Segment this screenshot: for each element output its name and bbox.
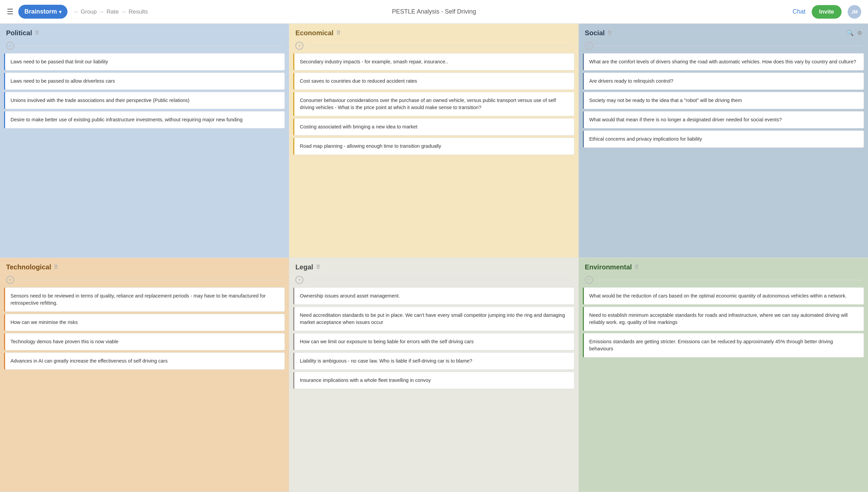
card-economical-0[interactable]: Secondary industry impacts - for example… bbox=[293, 53, 574, 70]
chat-link[interactable]: Chat bbox=[793, 8, 806, 15]
add-card-button-political[interactable]: + bbox=[6, 42, 14, 50]
column-environmental: Environmental⠿+What would be the reducti… bbox=[579, 258, 868, 492]
column-title-environmental: Environmental bbox=[585, 263, 632, 271]
card-political-2[interactable]: Unions involved with the trade associati… bbox=[4, 92, 285, 109]
column-header-economical: Economical⠿ bbox=[289, 24, 578, 40]
add-bar-line-technological bbox=[17, 280, 283, 280]
column-header-technological: Technological⠿ bbox=[0, 258, 289, 274]
card-economical-3[interactable]: Costing associated with bringing a new i… bbox=[293, 118, 574, 136]
cards-container-political: Laws need to be passed that limit our li… bbox=[0, 53, 289, 258]
add-bar-political: + bbox=[0, 40, 289, 53]
board-title: PESTLE Analysis - Self Driving bbox=[392, 8, 476, 15]
add-bar-line-political bbox=[17, 46, 283, 46]
column-header-social: Social⠿🔍⚙ bbox=[579, 24, 868, 40]
invite-button[interactable]: Invite bbox=[812, 5, 842, 19]
column-title-legal: Legal bbox=[295, 263, 313, 271]
column-menu-technological[interactable]: ⠿ bbox=[54, 264, 59, 270]
add-card-button-economical[interactable]: + bbox=[295, 42, 303, 50]
search-icon[interactable]: 🔍 bbox=[847, 30, 854, 36]
card-technological-3[interactable]: Advances in AI can greatly increase the … bbox=[4, 352, 285, 370]
card-legal-4[interactable]: Insurance implications with a whole flee… bbox=[293, 372, 574, 389]
card-environmental-1[interactable]: Need to establish minimum acceptable sta… bbox=[583, 307, 864, 331]
column-economical: Economical⠿+Secondary industry impacts -… bbox=[289, 24, 578, 258]
card-economical-1[interactable]: Cost saves to countries due to reduced a… bbox=[293, 73, 574, 90]
card-technological-0[interactable]: Sensors need to be reviewed in terms of … bbox=[4, 287, 285, 312]
column-title-political: Political bbox=[6, 29, 32, 37]
card-legal-1[interactable]: Need accreditation standards to be put i… bbox=[293, 307, 574, 331]
column-header-icons: 🔍⚙ bbox=[847, 30, 862, 36]
workflow-nav: → Group → Rate → Results bbox=[73, 8, 148, 15]
app-header: ☰ Brainstorm ▾ → Group → Rate → Results … bbox=[0, 0, 868, 24]
card-economical-2[interactable]: Consumer behaviour considerations over t… bbox=[293, 92, 574, 116]
add-bar-line-economical bbox=[306, 46, 572, 46]
column-menu-social[interactable]: ⠿ bbox=[608, 30, 612, 36]
column-menu-economical[interactable]: ⠿ bbox=[336, 30, 341, 36]
card-social-0[interactable]: What are the comfort levels of drivers s… bbox=[583, 53, 864, 70]
card-environmental-0[interactable]: What would be the reduction of cars base… bbox=[583, 287, 864, 305]
add-card-button-legal[interactable]: + bbox=[295, 276, 303, 284]
nav-arrow-3: → bbox=[121, 8, 126, 15]
gear-icon[interactable]: ⚙ bbox=[857, 30, 862, 36]
nav-step-results[interactable]: Results bbox=[129, 8, 148, 15]
cards-container-social: What are the comfort levels of drivers s… bbox=[579, 53, 868, 258]
add-bar-legal: + bbox=[289, 274, 578, 287]
card-technological-2[interactable]: Technology demos have proven this is now… bbox=[4, 333, 285, 350]
column-social: Social⠿🔍⚙+What are the comfort levels of… bbox=[579, 24, 868, 258]
cards-container-environmental: What would be the reduction of cars base… bbox=[579, 287, 868, 492]
column-menu-legal[interactable]: ⠿ bbox=[316, 264, 321, 270]
card-technological-1[interactable]: How can we minimise the risks bbox=[4, 314, 285, 331]
hamburger-icon[interactable]: ☰ bbox=[7, 7, 14, 16]
column-technological: Technological⠿+Sensors need to be review… bbox=[0, 258, 289, 492]
nav-step-rate[interactable]: Rate bbox=[106, 8, 119, 15]
add-bar-environmental: + bbox=[579, 274, 868, 287]
cards-container-technological: Sensors need to be reviewed in terms of … bbox=[0, 287, 289, 492]
card-economical-4[interactable]: Road map planning - allowing enough time… bbox=[293, 138, 574, 155]
add-bar-social: + bbox=[579, 40, 868, 53]
column-title-social: Social bbox=[585, 29, 605, 37]
card-legal-2[interactable]: How can we limit our exposure to being l… bbox=[293, 333, 574, 350]
brainstorm-label: Brainstorm bbox=[24, 8, 57, 15]
card-legal-3[interactable]: Liability is ambiguous - no case law. Wh… bbox=[293, 352, 574, 370]
avatar[interactable]: JM bbox=[848, 5, 861, 19]
column-menu-environmental[interactable]: ⠿ bbox=[635, 264, 639, 270]
card-environmental-2[interactable]: Emissions standards are getting stricter… bbox=[583, 333, 864, 357]
column-title-economical: Economical bbox=[295, 29, 333, 37]
column-header-political: Political⠿ bbox=[0, 24, 289, 40]
add-bar-line-environmental bbox=[596, 280, 862, 280]
card-social-2[interactable]: Society may not be ready to the idea tha… bbox=[583, 92, 864, 109]
card-social-1[interactable]: Are drivers ready to relinquish control? bbox=[583, 73, 864, 90]
cards-container-legal: Ownership issues around asset management… bbox=[289, 287, 578, 492]
add-card-button-social[interactable]: + bbox=[585, 42, 593, 50]
nav-arrow-2: → bbox=[99, 8, 104, 15]
nav-arrow-1: → bbox=[73, 8, 79, 15]
add-bar-line-social bbox=[596, 46, 862, 46]
brainstorm-button[interactable]: Brainstorm ▾ bbox=[18, 5, 67, 19]
add-bar-economical: + bbox=[289, 40, 578, 53]
add-bar-line-legal bbox=[306, 280, 572, 280]
card-legal-0[interactable]: Ownership issues around asset management… bbox=[293, 287, 574, 305]
add-bar-technological: + bbox=[0, 274, 289, 287]
nav-step-group[interactable]: Group bbox=[81, 8, 97, 15]
column-title-technological: Technological bbox=[6, 263, 51, 271]
card-political-3[interactable]: Desire to make better use of existing pu… bbox=[4, 111, 285, 128]
column-political: Political⠿+Laws need to be passed that l… bbox=[0, 24, 289, 258]
header-right-controls: Chat Invite JM bbox=[793, 5, 861, 19]
add-card-button-technological[interactable]: + bbox=[6, 276, 14, 284]
column-legal: Legal⠿+Ownership issues around asset man… bbox=[289, 258, 578, 492]
cards-container-economical: Secondary industry impacts - for example… bbox=[289, 53, 578, 258]
column-menu-political[interactable]: ⠿ bbox=[35, 30, 40, 36]
add-card-button-environmental[interactable]: + bbox=[585, 276, 593, 284]
card-political-1[interactable]: Laws need to be passed to allow driverle… bbox=[4, 73, 285, 90]
card-political-0[interactable]: Laws need to be passed that limit our li… bbox=[4, 53, 285, 70]
card-social-3[interactable]: What would that mean if there is no long… bbox=[583, 111, 864, 128]
card-social-4[interactable]: Ethical concerns and privacy implication… bbox=[583, 130, 864, 148]
column-header-legal: Legal⠿ bbox=[289, 258, 578, 274]
board: Political⠿+Laws need to be passed that l… bbox=[0, 24, 868, 492]
chevron-down-icon: ▾ bbox=[59, 9, 61, 15]
column-header-environmental: Environmental⠿ bbox=[579, 258, 868, 274]
